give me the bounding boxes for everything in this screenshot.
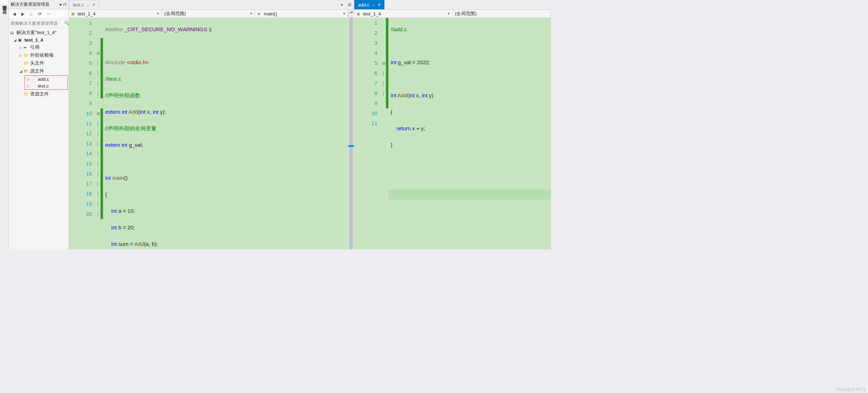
headers-node[interactable]: 📁头文件	[9, 59, 69, 67]
nav-back-icon[interactable]: ◀	[11, 11, 17, 17]
right-line-gutter: 1234567891011	[354, 18, 381, 249]
code-token: extern	[105, 142, 120, 148]
close-icon[interactable]: ✕	[378, 3, 381, 7]
left-scrollbar[interactable]	[348, 18, 354, 249]
code-token: x,	[415, 92, 422, 98]
left-editor-column: test.c ⫠ ✕ ▾ ⚙ ▣test_1_4▼ (全局范围)▼ ◈main(…	[69, 0, 354, 249]
explorer-title-bar: 解决方案资源管理器 ▾ ⊓	[9, 0, 69, 9]
code-token: int	[122, 109, 127, 115]
explorer-search-row: 🔍 ▾	[9, 19, 69, 28]
close-icon[interactable]: ✕	[92, 3, 95, 7]
nav-project-box[interactable]: ▣test_1_4▼	[354, 10, 453, 18]
code-token: a = 10;	[117, 208, 135, 214]
explorer-dropdown-icon[interactable]: ▾	[60, 2, 62, 7]
nav-func-box[interactable]: ◈main()▼	[255, 10, 348, 18]
code-token: Add	[134, 241, 144, 247]
tab-overflow-icon[interactable]: ▾	[339, 2, 345, 8]
code-token: int	[111, 224, 117, 230]
code-token: _CRT_SECURE_NO_WARNINGS	[124, 26, 207, 32]
highlighted-files-box: ▷📄add.c ▷📄test.c	[24, 75, 68, 90]
pin-icon[interactable]: ⫠	[372, 3, 375, 7]
code-token: y);	[158, 109, 166, 115]
nav-scope-label: (全局范围)	[164, 10, 186, 17]
left-code-area[interactable]: 1234567891011121314151617181920 ⊟ ││││ ⊟…	[69, 18, 354, 249]
fold-toggle-icon[interactable]: ⊟	[381, 58, 386, 68]
more-icon[interactable]: ⋯	[45, 11, 52, 17]
solution-explorer-panel: 解决方案资源管理器 ▾ ⊓ ◀ ▶ ⌂ ⟳ ⋯ 🔍 ▾ 🗂解决方案"test_1…	[9, 0, 69, 249]
external-label: 外部依赖项	[30, 52, 53, 59]
code-token: x + y;	[411, 125, 425, 131]
references-node[interactable]: ▷▪▪引用	[9, 43, 69, 51]
resources-node[interactable]: 📁资源文件	[9, 90, 69, 98]
solution-node[interactable]: 🗂解决方案"test_1_4"	[9, 29, 69, 37]
vtab-server-explorer[interactable]: 服务器资源管理器	[0, 0, 8, 4]
pin-icon[interactable]: ⫠	[86, 3, 90, 7]
code-token: #include	[105, 59, 127, 65]
explorer-toolbar: ◀ ▶ ⌂ ⟳ ⋯	[9, 9, 69, 19]
right-nav-bar: ▣test_1_4▼ (全局范围)	[354, 9, 551, 18]
solution-tree: 🗂解决方案"test_1_4" ◢▣test_1_4 ▷▪▪引用 ▷📁外部依赖项…	[9, 28, 69, 249]
nav-scope-box[interactable]: (全局范围)	[453, 10, 551, 18]
right-tabbar: add.c ⫠ ✕	[354, 0, 551, 9]
code-token: int	[140, 109, 146, 115]
code-token: //声明外部的全局变量	[105, 125, 157, 131]
code-token: int	[422, 92, 428, 98]
code-token: int	[153, 109, 159, 115]
code-token: y)	[428, 92, 434, 98]
code-token: g_val;	[127, 142, 143, 148]
home-icon[interactable]: ⌂	[28, 11, 34, 17]
code-token: #define	[105, 26, 124, 32]
nav-scope-box[interactable]: (全局范围)▼	[162, 10, 255, 18]
file-add-c[interactable]: ▷📄add.c	[25, 76, 67, 83]
split-controls: ⇄ ÷	[348, 10, 354, 18]
project-node[interactable]: ◢▣test_1_4	[9, 37, 69, 43]
right-editor-column: add.c ⫠ ✕ ▣test_1_4▼ (全局范围) 123456789101…	[354, 0, 551, 249]
nav-project-box[interactable]: ▣test_1_4▼	[69, 10, 162, 18]
code-token: 1	[207, 26, 212, 32]
tab-test-c[interactable]: test.c ⫠ ✕	[69, 0, 99, 9]
code-token: (a, b);	[144, 241, 158, 247]
code-token: Add	[397, 92, 407, 98]
sources-label: 源文件	[30, 68, 44, 74]
right-fold-column: ⊟ │││	[381, 18, 386, 249]
code-token: Add	[129, 109, 138, 115]
nav-forward-icon[interactable]: ▶	[19, 11, 26, 17]
tab-add-c[interactable]: add.c ⫠ ✕	[354, 0, 384, 9]
left-fold-column: ⊟ ││││ ⊟ ││││││││││	[95, 18, 101, 249]
explorer-search-input[interactable]	[10, 21, 64, 26]
code-token: <stdio.h>	[127, 59, 149, 65]
resources-label: 资源文件	[30, 91, 49, 97]
external-node[interactable]: ▷📁外部依赖项	[9, 51, 69, 59]
sync-icon[interactable]: ⟳	[37, 11, 43, 17]
tab-add-c-label: add.c	[358, 2, 369, 8]
code-token: b = 20;	[117, 224, 135, 230]
code-token: main	[112, 175, 124, 181]
vtab-toolbox[interactable]: 工具箱	[0, 4, 8, 9]
tab-gear-icon[interactable]: ⚙	[345, 2, 354, 8]
code-token: }	[391, 142, 392, 148]
code-token: x,	[146, 109, 153, 115]
right-code-pane[interactable]: //add.c int g_val = 2022; int Add(int x,…	[388, 18, 551, 249]
code-token: int	[111, 208, 117, 214]
left-nav-bar: ▣test_1_4▼ (全局范围)▼ ◈main()▼ ⇄ ÷	[69, 9, 354, 18]
fold-toggle-icon[interactable]: ⊟	[95, 108, 101, 118]
right-code-area[interactable]: 1234567891011 ⊟ │││ //add.c int g_val = …	[354, 18, 551, 249]
fold-toggle-icon[interactable]: ⊟	[95, 48, 101, 58]
sources-node[interactable]: ◢📂源文件	[9, 67, 69, 75]
solution-label: 解决方案"test_1_4"	[17, 29, 56, 36]
nav-project-label: test_1_4	[363, 11, 381, 17]
code-token: extern	[105, 109, 120, 115]
caret-marker	[348, 145, 354, 147]
headers-label: 头文件	[30, 60, 44, 66]
file-add-c-label: add.c	[38, 76, 49, 82]
explorer-pin-icon[interactable]: ⊓	[63, 2, 66, 7]
tab-test-c-label: test.c	[73, 2, 84, 8]
right-change-bar	[386, 18, 388, 249]
left-code-pane[interactable]: #define _CRT_SECURE_NO_WARNINGS 1 #inclu…	[103, 18, 348, 249]
file-test-c[interactable]: ▷📄test.c	[25, 83, 67, 89]
code-token: //test.c	[105, 76, 121, 82]
code-token: int	[409, 92, 415, 98]
code-token: int	[391, 92, 396, 98]
left-change-bar	[101, 18, 103, 249]
split-swap-icon[interactable]: ⇄	[350, 10, 353, 15]
